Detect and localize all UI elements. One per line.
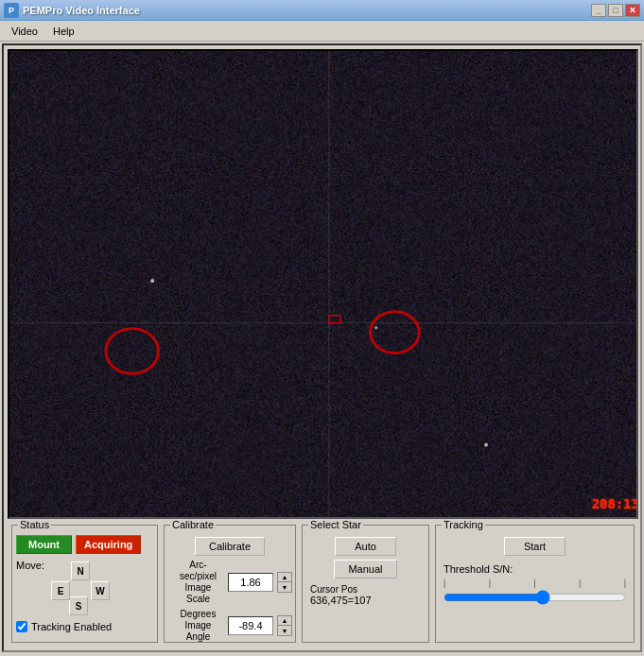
select-star-label: Select Star xyxy=(308,519,363,530)
maximize-button[interactable]: □ xyxy=(608,4,623,17)
video-area[interactable]: 208:13 xyxy=(8,49,638,519)
tracking-checkbox-row: Tracking Enabled xyxy=(16,621,153,632)
slider-tick-start: | xyxy=(444,578,445,588)
tracking-checkbox[interactable] xyxy=(16,621,27,632)
close-button[interactable]: ✕ xyxy=(625,4,640,17)
tracking-section-label: Tracking xyxy=(442,519,485,530)
slider-tick-end: | xyxy=(624,578,626,588)
image-scale-spinner: ▲ ▼ xyxy=(277,572,292,593)
menu-video[interactable]: Video xyxy=(4,24,45,39)
app-icon: P xyxy=(4,3,19,18)
image-scale-down-button[interactable]: ▼ xyxy=(278,582,291,592)
cursor-pos-value: 636,475=107 xyxy=(310,595,421,606)
move-north-button[interactable]: N xyxy=(71,561,90,580)
threshold-label: Threshold S/N: xyxy=(444,563,626,575)
tracking-enabled-label: Tracking Enabled xyxy=(31,621,112,632)
image-angle-up-button[interactable]: ▲ xyxy=(278,616,291,626)
title-text: PEMPro Video Interface xyxy=(23,5,140,16)
move-grid: N E W xyxy=(51,561,110,600)
minimize-button[interactable]: _ xyxy=(591,4,606,17)
control-panel: Status Mount Acquiring Move: N E W xyxy=(8,519,638,647)
image-scale-input[interactable] xyxy=(228,573,273,592)
move-label: Move: xyxy=(16,560,44,571)
move-section: Move: N E W xyxy=(16,560,153,600)
image-angle-down-button[interactable]: ▼ xyxy=(278,626,291,635)
mount-button[interactable]: Mount xyxy=(16,535,72,554)
title-bar: P PEMPro Video Interface _ □ ✕ xyxy=(0,0,644,21)
slider-tick-1: | xyxy=(489,578,491,588)
start-button[interactable]: Start xyxy=(504,537,566,556)
menu-help[interactable]: Help xyxy=(45,24,82,39)
image-angle-spinner: ▲ ▼ xyxy=(277,615,292,636)
select-star-section: Select Star Auto Manual Cursor Pos 636,4… xyxy=(302,525,429,643)
title-buttons: _ □ ✕ xyxy=(591,4,640,17)
status-label: Status xyxy=(18,519,51,530)
menu-bar: Video Help xyxy=(0,21,644,42)
auto-button[interactable]: Auto xyxy=(335,537,396,556)
status-buttons: Mount Acquiring xyxy=(16,535,153,554)
image-scale-label: Arc-sec/pixel Image Scale xyxy=(172,560,224,605)
move-east-button[interactable]: E xyxy=(51,581,70,600)
threshold-slider[interactable] xyxy=(444,590,626,605)
threshold-slider-container: | | | | | xyxy=(444,578,626,607)
calibrate-section: Calibrate Calibrate Arc-sec/pixel Image … xyxy=(164,525,296,643)
acquiring-button[interactable]: Acquiring xyxy=(76,535,141,554)
title-bar-left: P PEMPro Video Interface xyxy=(4,3,140,18)
cursor-pos-label: Cursor Pos xyxy=(310,584,421,595)
image-angle-label: Degrees Image Angle xyxy=(172,609,224,643)
status-section: Status Mount Acquiring Move: N E W xyxy=(11,525,158,643)
video-canvas xyxy=(9,51,636,517)
image-angle-row: Degrees Image Angle ▲ ▼ xyxy=(172,609,287,643)
tracking-section: Tracking Start Threshold S/N: | | | | | xyxy=(435,525,635,643)
image-scale-row: Arc-sec/pixel Image Scale ▲ ▼ xyxy=(172,560,287,605)
move-west-button[interactable]: W xyxy=(91,581,110,600)
manual-button[interactable]: Manual xyxy=(334,560,396,578)
image-scale-up-button[interactable]: ▲ xyxy=(278,573,291,582)
main-window: 208:13 Status Mount Acquiring Mo xyxy=(2,43,642,652)
move-nw-empty xyxy=(51,561,70,580)
slider-tick-2: | xyxy=(533,578,535,588)
image-angle-input[interactable] xyxy=(228,616,273,635)
slider-tick-3: | xyxy=(579,578,581,588)
move-ne-empty xyxy=(91,561,110,580)
move-center-empty xyxy=(71,581,90,600)
calibrate-button[interactable]: Calibrate xyxy=(195,537,265,556)
calibrate-label: Calibrate xyxy=(170,519,216,530)
